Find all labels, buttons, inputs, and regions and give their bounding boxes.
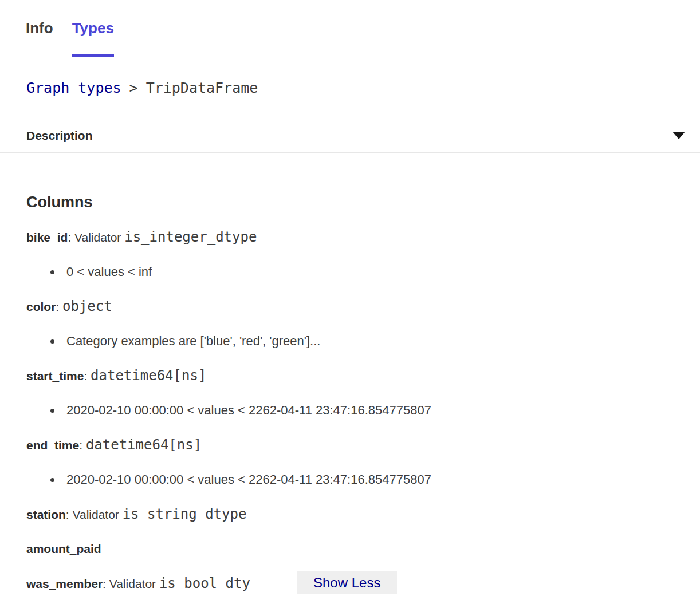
tab-info[interactable]: Info xyxy=(26,0,53,57)
column-dtype-code: object xyxy=(62,298,112,314)
column-entry-color: color: object xyxy=(26,298,674,315)
constraint-item: Category examples are ['blue', 'red', 'g… xyxy=(62,333,674,350)
column-entry-bike-id: bike_id: Validator is_integer_dtype xyxy=(26,228,674,246)
column-name: start_time xyxy=(26,369,84,382)
column-entry-text: : xyxy=(84,369,91,382)
column-entry-start-time: start_time: datetime64[ns] xyxy=(26,367,674,385)
column-constraints-list: 2020-02-10 00:00:00 < values < 2262-04-1… xyxy=(26,471,674,488)
column-name: color xyxy=(26,300,56,313)
chevron-down-icon[interactable] xyxy=(673,132,685,139)
column-entry-amount-paid: amount_paid xyxy=(26,540,674,558)
column-dtype-code: is_string_dtype xyxy=(123,506,247,522)
breadcrumb: Graph types > TripDataFrame xyxy=(0,57,700,119)
column-entry-text: : Validator xyxy=(66,508,123,521)
column-name: bike_id xyxy=(26,231,68,244)
description-label: Description xyxy=(26,129,93,143)
column-name: end_time xyxy=(26,439,79,452)
show-less-button[interactable]: Show Less xyxy=(297,571,397,594)
column-constraints-list: 0 < values < inf xyxy=(26,263,674,281)
column-entry-end-time: end_time: datetime64[ns] xyxy=(26,436,674,454)
tab-types[interactable]: Types xyxy=(72,0,114,57)
columns-heading: Columns xyxy=(26,193,674,211)
column-entry-station: station: Validator is_string_dtype xyxy=(26,506,674,523)
column-dtype-code: datetime64[ns] xyxy=(86,437,202,453)
constraint-item: 0 < values < inf xyxy=(62,263,674,281)
column-constraints-list: Category examples are ['blue', 'red', 'g… xyxy=(26,333,674,350)
column-dtype-code: is_bool_dty xyxy=(159,575,250,591)
breadcrumb-link-graph-types[interactable]: Graph types xyxy=(26,80,121,96)
column-name: was_member xyxy=(26,577,103,590)
tab-bar: Info Types xyxy=(0,0,700,57)
column-entry-was-member: was_member: Validator is_bool_dtyShow Le… xyxy=(26,575,674,593)
constraint-item: 2020-02-10 00:00:00 < values < 2262-04-1… xyxy=(62,471,674,488)
breadcrumb-current: TripDataFrame xyxy=(146,80,258,96)
column-entry-text: : xyxy=(79,439,86,452)
columns-section: Columns bike_id: Validator is_integer_dt… xyxy=(0,153,700,608)
column-name: amount_paid xyxy=(26,542,101,555)
column-dtype-code: is_integer_dtype xyxy=(124,229,257,245)
column-dtype-code: datetime64[ns] xyxy=(91,368,206,384)
column-name: station xyxy=(26,508,66,521)
constraint-item: 2020-02-10 00:00:00 < values < 2262-04-1… xyxy=(62,402,674,419)
breadcrumb-separator: > xyxy=(129,80,138,96)
column-constraints-list: 2020-02-10 00:00:00 < values < 2262-04-1… xyxy=(26,402,674,419)
column-entry-text: : xyxy=(56,300,62,313)
description-accordion-header[interactable]: Description xyxy=(0,119,700,153)
column-entry-text: : Validator xyxy=(103,577,159,590)
column-entry-text: : Validator xyxy=(68,231,124,244)
